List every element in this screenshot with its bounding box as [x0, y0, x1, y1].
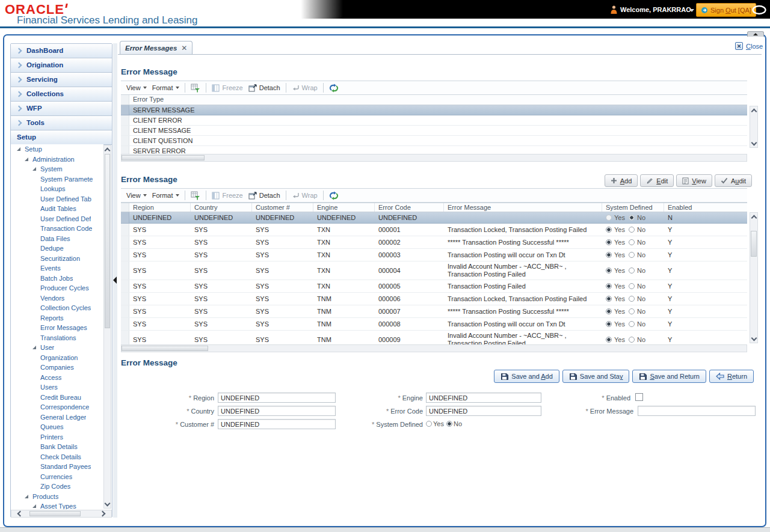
tree-expand-icon[interactable] — [25, 495, 28, 498]
radio-unselected-icon[interactable] — [629, 337, 635, 343]
tree-item-correspondence[interactable]: Correspondence — [11, 402, 103, 412]
tree-item-setup[interactable]: Setup — [11, 144, 103, 154]
tree-item-system[interactable]: System — [11, 164, 103, 174]
tree-horizontal-scrollbar[interactable] — [11, 510, 112, 518]
tree-item-access[interactable]: Access — [11, 373, 103, 383]
sidebar-item-tools[interactable]: Tools — [11, 116, 112, 130]
sidebar-item-collections[interactable]: Collections — [11, 87, 112, 102]
table-row[interactable]: SYSSYSSYSTNM000007***** Transaction Post… — [121, 305, 747, 318]
radio-selected-icon[interactable] — [606, 268, 612, 274]
column-header-enabled[interactable]: Enabled — [664, 203, 747, 212]
tree-item-organization[interactable]: Organization — [11, 353, 103, 363]
format-menu[interactable]: Format — [152, 84, 179, 91]
freeze-button[interactable]: Freeze — [212, 192, 243, 200]
table-row[interactable]: SERVER MESSAGE — [121, 105, 747, 115]
row-selector-gutter[interactable] — [121, 261, 129, 280]
column-header-engine[interactable]: Engine — [313, 203, 375, 212]
save-and-add-button[interactable]: Save and Add — [494, 370, 559, 383]
error-type-horizontal-scrollbar[interactable] — [121, 154, 747, 162]
tree-item-dedupe[interactable]: Dedupe — [11, 243, 103, 254]
tree-expand-icon[interactable] — [32, 167, 36, 171]
tree-item-users[interactable]: Users — [11, 382, 103, 393]
radio-unselected-icon[interactable] — [629, 321, 635, 327]
close-button[interactable]: ✕ Close — [735, 42, 763, 50]
radio-no[interactable] — [446, 421, 452, 427]
radio-selected-icon[interactable] — [606, 239, 612, 245]
tree-item-collection-cycles[interactable]: Collection Cycles — [11, 303, 103, 313]
scroll-up-icon[interactable] — [104, 145, 111, 153]
query-by-example-icon[interactable] — [191, 84, 200, 93]
row-selector-gutter[interactable] — [121, 236, 129, 248]
sidebar-item-dashboard[interactable]: DashBoard — [11, 44, 112, 58]
tree-item-translations[interactable]: Translations — [11, 333, 103, 343]
tree-item-administration[interactable]: Administration — [11, 154, 103, 165]
chevron-down-icon[interactable] — [689, 9, 694, 12]
tree-item-audit-tables[interactable]: Audit Tables — [11, 204, 103, 214]
column-header-error-type[interactable]: Error Type — [129, 95, 167, 105]
radio-selected-icon[interactable] — [606, 283, 612, 289]
freeze-button[interactable]: Freeze — [212, 84, 243, 92]
table-row[interactable]: SYSSYSSYSTXN000001Transaction Locked, Tr… — [121, 224, 747, 236]
row-selector-gutter[interactable] — [121, 212, 129, 223]
scroll-down-icon[interactable] — [750, 335, 757, 343]
detach-button[interactable]: Detach — [248, 84, 280, 92]
error-messages-horizontal-scrollbar[interactable] — [121, 344, 747, 352]
sign-out-button[interactable]: Sign Out [QA] — [696, 3, 756, 17]
column-header-customer[interactable]: Customer # — [252, 203, 313, 212]
sidebar-item-origination[interactable]: Origination — [11, 58, 112, 73]
collapse-top-button[interactable] — [747, 31, 764, 37]
tree-item-standard-payees[interactable]: Standard Payees — [11, 462, 103, 472]
table-row[interactable]: CLIENT MESSAGE — [121, 126, 747, 136]
tree-expand-icon[interactable] — [32, 346, 36, 349]
column-header-error-code[interactable]: Error Code — [375, 203, 444, 212]
tree-item-user-defined-def[interactable]: User Defined Def — [11, 214, 103, 224]
refresh-icon[interactable] — [329, 84, 339, 93]
enabled-checkbox[interactable] — [635, 393, 643, 401]
row-selector-gutter[interactable] — [121, 305, 129, 317]
tree-item-reports[interactable]: Reports — [11, 313, 103, 323]
tree-item-securitization[interactable]: Securitization — [11, 254, 103, 264]
return-button[interactable]: Return — [709, 370, 754, 383]
engine-field[interactable] — [426, 393, 541, 403]
row-selector-gutter[interactable] — [121, 318, 129, 330]
tree-expand-icon[interactable] — [32, 504, 36, 508]
customer-number-field[interactable] — [218, 419, 336, 429]
tree-item-transaction-code[interactable]: Transaction Code — [11, 224, 103, 234]
tree-expand-icon[interactable] — [17, 147, 20, 151]
row-selector-gutter[interactable] — [121, 105, 129, 115]
row-selector-gutter[interactable] — [121, 293, 129, 305]
tree-item-user[interactable]: User — [11, 343, 103, 353]
tree-item-check-details[interactable]: Check Details — [11, 452, 103, 462]
format-menu[interactable]: Format — [152, 192, 179, 199]
view-menu[interactable]: View — [126, 192, 147, 199]
tree-item-lookups[interactable]: Lookups — [11, 184, 103, 194]
column-header-error-message[interactable]: Error Message — [444, 203, 602, 212]
radio-yes[interactable] — [426, 421, 432, 427]
tree-item-error-messages[interactable]: Error Messages — [11, 323, 103, 333]
row-selector-gutter[interactable] — [121, 126, 129, 135]
radio-unselected-icon[interactable] — [629, 296, 635, 302]
wrap-button[interactable]: Wrap — [292, 84, 318, 91]
table-row[interactable]: SYSSYSSYSTXN000004Invalid Account Number… — [121, 261, 747, 280]
scroll-right-icon[interactable] — [99, 510, 108, 517]
save-and-stay-button[interactable]: Save and Stay — [562, 370, 630, 383]
radio-unselected-icon[interactable] — [629, 268, 635, 274]
column-header-region[interactable]: Region — [129, 203, 191, 212]
tree-item-currencies[interactable]: Currencies — [11, 472, 103, 482]
tree-item-bank-details[interactable]: Bank Details — [11, 442, 103, 452]
row-selector-gutter[interactable] — [121, 115, 129, 125]
radio-unselected-icon[interactable] — [629, 239, 635, 245]
detach-button[interactable]: Detach — [248, 192, 280, 200]
tree-item-credit-bureau[interactable]: Credit Bureau — [11, 393, 103, 403]
sidebar-item-servicing[interactable]: Servicing — [11, 73, 112, 87]
row-selector-gutter[interactable] — [121, 224, 129, 236]
tab-close-icon[interactable]: ✕ — [181, 45, 187, 51]
sidebar-item-setup[interactable]: Setup — [11, 130, 112, 145]
tree-item-general-ledger[interactable]: General Ledger — [11, 412, 103, 423]
scrollbar-thumb[interactable] — [751, 231, 757, 257]
tab-error-messages[interactable]: Error Messages ✕ — [120, 41, 192, 54]
radio-selected-icon[interactable] — [606, 308, 612, 314]
query-by-example-icon[interactable] — [191, 191, 200, 200]
tree-item-queues[interactable]: Queues — [11, 422, 103, 432]
column-header-country[interactable]: Country — [191, 203, 252, 212]
